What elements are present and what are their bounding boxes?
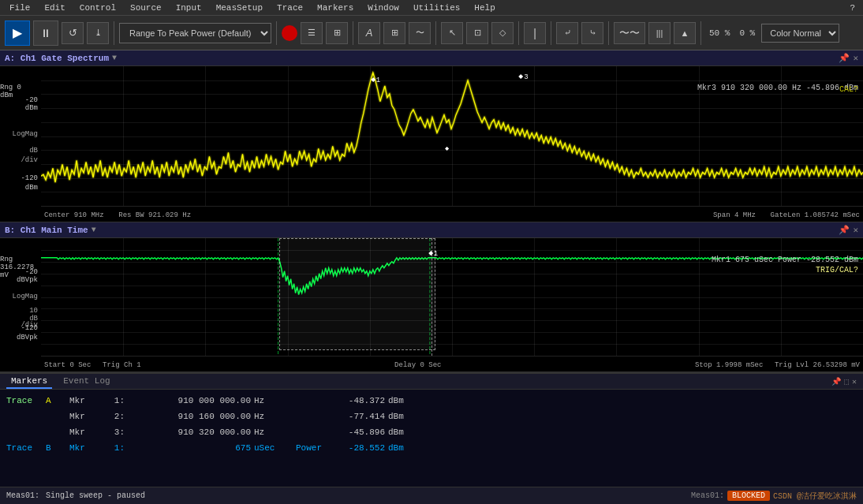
menu-file[interactable]: File (3, 2, 36, 13)
mr1-num: 1: (101, 396, 125, 405)
tb-spectrum[interactable]: 〜〜 (614, 22, 645, 44)
meas-label: Meas01: (6, 491, 39, 500)
step-button[interactable]: ⤓ (87, 22, 109, 44)
tb-diamond[interactable]: ◇ (491, 22, 514, 44)
y-label-top: -20 (25, 96, 38, 104)
chart-a-bottom-info: Center 910 MHz Res BW 921.029 Hz Span 4 … (41, 206, 863, 222)
tb-btn-a[interactable]: A (358, 22, 380, 44)
mr1-ch: A (46, 396, 69, 405)
b-y-label-bottom: -120 (21, 324, 38, 332)
chart-b-dropdown-icon[interactable]: ▼ (92, 226, 96, 234)
tb-btn-grid[interactable]: ⊞ (383, 22, 405, 44)
play-button[interactable]: ▶ (5, 21, 30, 46)
mr4-val1: 675 (125, 443, 251, 453)
separator-7 (608, 21, 609, 45)
separator-6 (551, 21, 551, 45)
markers-pin[interactable]: 📌 (831, 377, 841, 386)
menu-input[interactable]: Input (170, 2, 208, 13)
pct1-display: 50 % (706, 28, 733, 38)
menu-edit[interactable]: Edit (38, 2, 71, 13)
tb-zoom[interactable]: ⊡ (466, 22, 488, 44)
chart-b-controls: 📌 ✕ (839, 225, 858, 235)
y-label-bottom-unit: dBm (25, 184, 38, 192)
y-label-unit: dBm (25, 104, 38, 112)
chart-b-pin[interactable]: 📌 (839, 225, 850, 235)
tb-bars[interactable]: ||| (648, 22, 671, 44)
tb-vline[interactable]: | (524, 22, 546, 44)
menu-control[interactable]: Control (73, 2, 122, 13)
markers-close[interactable]: ✕ (852, 377, 857, 386)
markers-float[interactable]: ⬚ (844, 377, 849, 386)
menu-source[interactable]: Source (124, 2, 168, 13)
chart-b-title[interactable]: B: Ch1 Main Time (5, 226, 88, 235)
range-dropdown[interactable]: Range To Peak Power (Default) (119, 23, 271, 43)
separator-8 (700, 21, 701, 45)
chart-b-bottom-right: Stop 1.9998 mSec Trig Lvl 26.53298 mV (695, 360, 860, 369)
menu-help[interactable]: Help (468, 2, 501, 13)
chart-b-delay: Delay 0 Sec (394, 360, 441, 369)
chart-a-close[interactable]: ✕ (853, 53, 858, 63)
tab-markers[interactable]: Markers (6, 375, 52, 389)
mr3-num: 3: (101, 427, 125, 437)
chart-b-area: Rng 316.2278 mV -20 dBVpk LogMag 10 dB /… (0, 238, 863, 371)
chart-a-gatelen: GateLen 1.085742 mSec (771, 211, 860, 219)
chart-a-y-axis: Rng 0 dBm -20 dBm LogMag dB /div -120 dB… (0, 82, 41, 206)
help-icon[interactable]: ? (850, 3, 860, 13)
mr4-unit2: dBm (385, 443, 417, 453)
restart-button[interactable]: ↺ (62, 22, 84, 44)
chart-b-y-axis: Rng 316.2278 mV -20 dBVpk LogMag 10 dB /… (0, 254, 41, 356)
tb-cursor[interactable]: ↖ (441, 22, 463, 44)
b-y-label-db: 10 (29, 307, 38, 315)
tb-btn-1[interactable]: ☰ (301, 22, 323, 44)
main-content: A: Ch1 Gate Spectrum ▼ 📌 ✕ Rng 0 dBm -20… (0, 50, 863, 504)
mr3-unit1: Hz (251, 427, 275, 437)
mr2-val1: 910 160 000.00 (125, 412, 251, 421)
chart-a-resbw: Res BW 921.029 Hz (118, 211, 191, 219)
menu-meassetup[interactable]: MeasSetup (210, 2, 269, 13)
menu-items: File Edit Control Source Input MeasSetup… (3, 2, 502, 13)
tb-marker2[interactable]: ⤷ (581, 22, 603, 44)
mr4-val2: -28.552 (322, 443, 385, 453)
meas-status: Single sweep - paused (46, 491, 145, 500)
mr1-mkr: Mkr (69, 396, 101, 405)
tb-marker1[interactable]: ⤶ (556, 22, 578, 44)
chart-a-cal: CAL? (839, 85, 858, 94)
chart-a-area: Rng 0 dBm -20 dBm LogMag dB /div -120 dB… (0, 66, 863, 222)
marker-1-label: ⬥1 (370, 73, 380, 85)
mr3-unit2: dBm (385, 427, 417, 437)
mr4-unit1: uSec (251, 443, 275, 453)
y-label-db: dB (29, 147, 38, 155)
color-mode-dropdown[interactable]: Color Normal (761, 24, 839, 43)
markers-table: Trace A Mkr 1: 910 000 000.00 Hz -48.372… (0, 390, 863, 459)
tb-triangle[interactable]: ▲ (674, 22, 696, 44)
tb-btn-2[interactable]: ⊞ (326, 22, 348, 44)
chart-a-pin[interactable]: 📌 (839, 53, 850, 63)
chart-a-dropdown-icon[interactable]: ▼ (112, 54, 117, 62)
mr1-unit1: Hz (251, 396, 275, 405)
pct2-display: 0 % (736, 28, 758, 38)
mr1-val1: 910 000 000.00 (125, 396, 251, 405)
b-y-label-top: -20 (25, 268, 38, 276)
menu-trace[interactable]: Trace (271, 2, 309, 13)
chart-a-mkr-status: Mkr3 910 320 000.00 Hz -45.896 dBm (697, 84, 858, 92)
watermark: CSDN @洁仔爱吃冰淇淋 (773, 491, 857, 502)
marker-row-3: Mkr 3: 910 320 000.00 Hz -45.896 dBm (6, 424, 857, 440)
chart-b-triglvl: Trig Lvl 26.53298 mV (775, 361, 860, 369)
chart-b-bottom-left: Start 0 Sec Trig Ch 1 (44, 360, 141, 369)
menu-markers[interactable]: Markers (311, 2, 360, 13)
menu-window[interactable]: Window (361, 2, 405, 13)
record-indicator (282, 25, 297, 41)
tab-event-log[interactable]: Event Log (58, 375, 114, 389)
menu-utilities[interactable]: Utilities (407, 2, 466, 13)
chart-b-close[interactable]: ✕ (853, 225, 858, 235)
pause-button[interactable]: ⏸ (33, 21, 58, 46)
separator-4 (435, 21, 436, 45)
status-bar: Meas01: Single sweep - paused Meas01: BL… (0, 487, 863, 504)
marker-2-label: ⬥ (444, 143, 450, 154)
chart-b-bottom-info: Start 0 Sec Trig Ch 1 Delay 0 Sec Stop 1… (41, 356, 863, 371)
b-y-label-logmag: LogMag (13, 293, 38, 301)
tb-btn-wave[interactable]: 〜 (409, 22, 431, 44)
separator-1 (114, 21, 114, 45)
menu-bar: File Edit Control Source Input MeasSetup… (0, 0, 863, 16)
chart-a-title[interactable]: A: Ch1 Gate Spectrum (5, 54, 109, 63)
